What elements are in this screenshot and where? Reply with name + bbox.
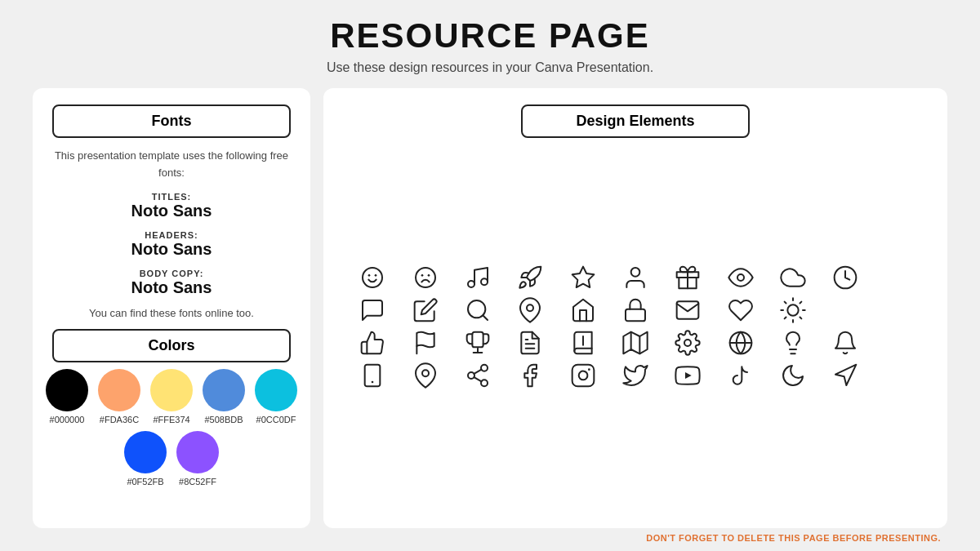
settings-icon [663,330,712,356]
pin-icon [506,297,555,323]
svg-point-12 [737,274,744,281]
phone-icon [348,362,397,389]
svg-rect-17 [626,309,645,322]
color-hex-blue: #508BDB [204,415,243,424]
location-icon [400,362,449,389]
color-hex-orange: #FDA36C [100,415,139,424]
color-swatch-cyan: #0CC0DF [255,369,297,424]
colors-label: Colors [52,329,291,362]
svg-line-21 [785,302,786,304]
svg-point-0 [363,268,382,287]
document-icon [506,330,555,356]
svg-line-47 [474,377,481,381]
color-swatches-row1: #000000 #FDA36C #FFE374 #508BDB #0CC0DF [52,369,291,424]
svg-point-43 [422,370,429,376]
svg-point-45 [468,372,474,379]
map-icon [611,330,660,356]
color-swatch-purple: #8C52FF [176,431,219,487]
svg-point-6 [468,281,474,287]
star-icon [558,264,607,291]
page-title: RESOURCE PAGE [327,16,653,56]
smile-icon [348,264,397,291]
svg-point-46 [481,380,488,386]
empty5 [874,362,923,389]
color-circle-orange [98,369,140,411]
color-hex-purple: #8C52FF [179,477,216,487]
color-circle-yellow [150,369,193,411]
color-circle-cyan [255,369,297,411]
right-panel: Design Elements [323,88,947,528]
rocket-icon [506,264,555,291]
book-icon [558,330,607,356]
svg-marker-51 [685,372,692,379]
chat-icon [348,297,397,323]
font-body-role: BODY COPY: [52,269,291,278]
svg-rect-29 [472,332,483,348]
svg-line-15 [483,315,488,320]
mail-icon [663,297,712,323]
home-icon [558,297,607,323]
svg-marker-33 [623,332,647,354]
tiktok-icon [716,362,765,389]
color-hex-cyan: #0CC0DF [256,415,296,424]
empty1 [874,264,923,291]
icons-grid [348,141,923,512]
megaphone-icon [821,362,870,389]
svg-point-3 [416,268,435,287]
svg-line-22 [800,317,802,318]
flag-icon [400,330,449,356]
font-headers-role: HEADERS: [52,230,291,240]
svg-point-36 [684,340,691,346]
svg-rect-41 [365,365,381,387]
svg-line-26 [800,302,802,304]
heart-icon [716,297,765,323]
font-titles-name: Noto Sans [52,202,291,220]
youtube-icon [663,362,712,389]
color-swatch-yellow: #FFE374 [150,369,193,424]
empty4 [874,330,923,356]
svg-point-9 [631,268,640,277]
footer-note: DON'T FORGET TO DELETE THIS PAGE BEFORE … [33,533,947,543]
cloud-icon [768,264,817,291]
bell-icon [821,330,870,356]
svg-point-16 [527,304,533,311]
color-hex-yellow: #FFE374 [153,415,189,424]
person-icon [611,264,660,291]
lock-icon [611,297,660,323]
facebook-icon [506,362,555,389]
page-header: RESOURCE PAGE Use these design resources… [327,16,653,75]
music-icon [453,264,502,291]
svg-point-7 [481,278,488,285]
color-swatch-black: #000000 [46,369,88,424]
color-circle-royalblue [124,431,167,473]
color-swatch-orange: #FDA36C [98,369,140,424]
twitter-icon [611,362,660,389]
svg-point-44 [481,365,488,371]
svg-marker-8 [572,267,594,287]
gift-icon [663,264,712,291]
design-elements-label: Design Elements [521,104,750,138]
trophy-icon [453,330,502,356]
font-headers: HEADERS: Noto Sans [52,230,291,259]
font-titles-role: TITLES: [52,192,291,202]
fonts-note: You can find these fonts online too. [52,307,291,319]
eye-icon [716,264,765,291]
main-content: Fonts This presentation template uses th… [33,88,947,528]
fonts-label: Fonts [52,104,291,138]
bulb-icon [768,330,817,356]
svg-line-48 [474,370,481,374]
share-icon [453,362,502,389]
color-circle-blue [203,369,245,411]
fonts-intro: This presentation template uses the foll… [52,148,291,182]
sad-icon [400,264,449,291]
instagram-icon [558,362,607,389]
svg-rect-49 [572,365,594,387]
pencil-icon [400,297,449,323]
font-headers-name: Noto Sans [52,240,291,259]
font-body: BODY COPY: Noto Sans [52,269,291,297]
svg-line-25 [785,317,786,318]
font-titles: TITLES: Noto Sans [52,192,291,220]
search-icon [453,297,502,323]
sun-icon [768,297,817,323]
color-swatch-blue: #508BDB [203,369,245,424]
